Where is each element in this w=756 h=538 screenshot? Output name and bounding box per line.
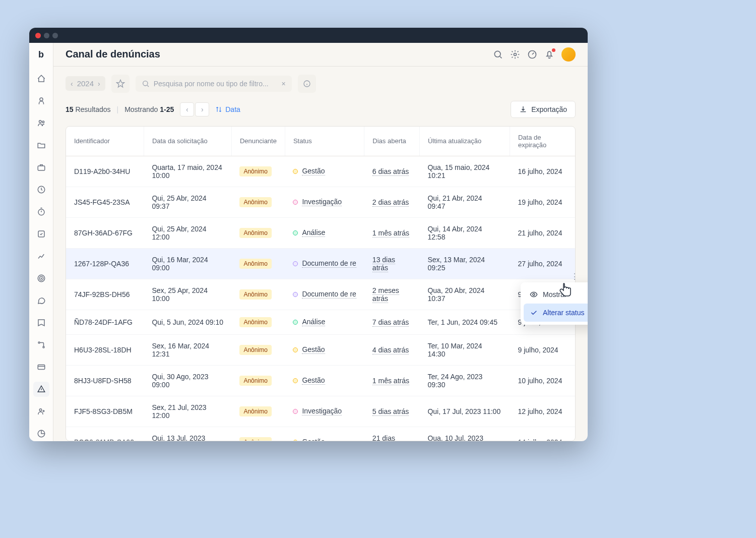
minimize-window-icon[interactable]: [44, 33, 49, 38]
cell-id: FJF5-8SG3-DB5M: [66, 396, 144, 427]
export-button[interactable]: Exportação: [511, 101, 576, 118]
cell-days: 5 dias atrás: [364, 396, 420, 427]
sort-button[interactable]: Data: [215, 105, 240, 113]
home-icon[interactable]: [33, 71, 49, 86]
cell-reporter: Anônimo: [231, 156, 285, 187]
cell-update: Qua, 10 Jul, 2023 09:30: [419, 427, 510, 441]
user-icon[interactable]: [33, 93, 49, 108]
table-row[interactable]: 74JF-92BS-DH56 Sex, 25 Apr, 2024 10:00 A…: [66, 279, 575, 310]
chat-icon[interactable]: [33, 293, 49, 308]
table-row[interactable]: 87GH-36AD-67FG Qui, 25 Abr, 2024 12:00 A…: [66, 217, 575, 248]
chart-icon[interactable]: [33, 249, 49, 264]
bell-icon[interactable]: [544, 49, 554, 59]
card-icon[interactable]: [33, 360, 49, 375]
table-row[interactable]: ÑD78-24DF-1AFG Qui, 5 Jun, 2024 09:10 An…: [66, 310, 575, 334]
cell-id: 74JF-92BS-DH56: [66, 279, 144, 310]
cell-date: Qui, 30 Ago, 2023 09:00: [144, 365, 231, 396]
search-icon[interactable]: [493, 49, 503, 59]
status-text: Análise: [302, 318, 325, 326]
status-text: Gestão: [302, 376, 325, 385]
cell-status: Gestão: [285, 156, 364, 187]
cell-status: Investigação: [285, 396, 364, 427]
briefcase-icon[interactable]: [33, 160, 49, 175]
search-input-icon: [142, 80, 150, 88]
gear-icon[interactable]: [510, 49, 520, 59]
table-row[interactable]: H6U3-28SL-18DH Sex, 16 Mar, 2024 12:31 A…: [66, 334, 575, 365]
column-header-expiry[interactable]: Data de expiração: [510, 127, 575, 156]
data-table: Identificador Data da solicitação Denunc…: [66, 126, 576, 441]
column-header-days[interactable]: Dias aberta: [364, 127, 420, 156]
context-change-status-button[interactable]: Alterar status: [524, 304, 588, 322]
results-label: Resultados: [75, 105, 110, 113]
cell-days: 4 dias atrás: [364, 334, 420, 365]
favorite-button[interactable]: [111, 75, 130, 93]
notification-dot: [552, 48, 555, 52]
status-dot-icon: [293, 230, 298, 235]
context-show-button[interactable]: Mostrar: [524, 285, 588, 304]
results-range: 1-25: [160, 105, 174, 113]
cell-expiry: 16 julho, 2024: [510, 156, 575, 187]
check-icon[interactable]: [33, 226, 49, 242]
cell-date: Quarta, 17 maio, 2024 10:00: [144, 156, 231, 187]
table-row[interactable]: BCQ9-81MD-SA92 Qui, 13 Jul, 2023 09:00 A…: [66, 427, 575, 441]
maximize-window-icon[interactable]: [52, 33, 58, 38]
table-row[interactable]: 8HJ3-U8FD-SH58 Qui, 30 Ago, 2023 09:00 A…: [66, 365, 575, 396]
column-header-reporter[interactable]: Denunciante: [231, 127, 285, 156]
year-selector: ‹ 2024 ›: [66, 76, 105, 91]
column-header-update[interactable]: Última atualização: [419, 127, 510, 156]
status-dot-icon: [293, 261, 298, 266]
users-icon[interactable]: [33, 115, 49, 131]
clock-icon[interactable]: [33, 182, 49, 197]
table-row[interactable]: 1267-128P-QA36 Qui, 16 Mar, 2024 09:00 A…: [66, 248, 575, 279]
cell-reporter: Anônimo: [231, 310, 285, 334]
cell-id: 1267-128P-QA36: [66, 248, 144, 279]
table-row[interactable]: D119-A2b0-34HU Quarta, 17 maio, 2024 10:…: [66, 156, 575, 187]
close-window-icon[interactable]: [35, 33, 41, 38]
column-header-status[interactable]: Status: [285, 127, 364, 156]
year-prev-button[interactable]: ‹: [71, 80, 73, 88]
reporter-badge: Anônimo: [239, 317, 271, 327]
svg-point-15: [494, 51, 500, 57]
cell-update: Qui, 17 Jul, 2023 11:00: [419, 396, 510, 427]
cell-status: Análise: [285, 310, 364, 334]
eye-icon: [530, 290, 538, 298]
context-show-label: Mostrar: [543, 290, 566, 298]
cell-days: 6 dias atrás: [364, 156, 420, 187]
avatar[interactable]: [561, 47, 576, 62]
cell-status: Gestão: [285, 365, 364, 396]
reporter-badge: Anônimo: [239, 345, 271, 355]
header: Canal de denúncias: [53, 43, 588, 67]
user-add-icon[interactable]: [33, 404, 49, 419]
alert-icon[interactable]: [33, 382, 49, 397]
cell-reporter: Anônimo: [231, 427, 285, 441]
svg-point-10: [38, 342, 40, 343]
cell-date: Sex, 16 Mar, 2024 12:31: [144, 334, 231, 365]
cell-update: Qui, 21 Abr, 2024 09:47: [419, 187, 510, 217]
dashboard-icon[interactable]: [527, 49, 537, 59]
cell-date: Qui, 25 Abr, 2024 12:00: [144, 217, 231, 248]
page-prev-button[interactable]: ‹: [180, 102, 194, 116]
clear-search-button[interactable]: ×: [282, 80, 286, 88]
flow-icon[interactable]: [33, 337, 49, 352]
timer-icon[interactable]: [33, 204, 49, 219]
pie-icon[interactable]: [33, 426, 49, 441]
folder-icon[interactable]: [33, 138, 49, 153]
search-input[interactable]: [154, 80, 278, 88]
cell-update: Qui, 14 Abr, 2024 12:58: [419, 217, 510, 248]
year-next-button[interactable]: ›: [98, 80, 100, 88]
status-dot-icon: [293, 320, 298, 325]
row-menu-button[interactable]: ⋮: [571, 272, 579, 281]
svg-rect-3: [38, 166, 45, 170]
column-header-date[interactable]: Data da solicitação: [144, 127, 231, 156]
book-icon[interactable]: [33, 315, 49, 330]
table-row[interactable]: JS45-FG45-23SA Qui, 25 Abr, 2024 09:37 A…: [66, 187, 575, 217]
cell-id: D119-A2b0-34HU: [66, 156, 144, 187]
column-header-id[interactable]: Identificador: [66, 127, 144, 156]
table-row[interactable]: FJF5-8SG3-DB5M Sex, 21 Jul, 2023 12:00 A…: [66, 396, 575, 427]
target-icon[interactable]: [33, 271, 49, 286]
status-text: Gestão: [302, 167, 325, 175]
info-button[interactable]: [298, 75, 316, 93]
cell-update: Qua, 20 Abr, 2024 10:37: [419, 279, 510, 310]
status-text: Investigação: [302, 198, 342, 206]
page-next-button[interactable]: ›: [195, 102, 209, 116]
